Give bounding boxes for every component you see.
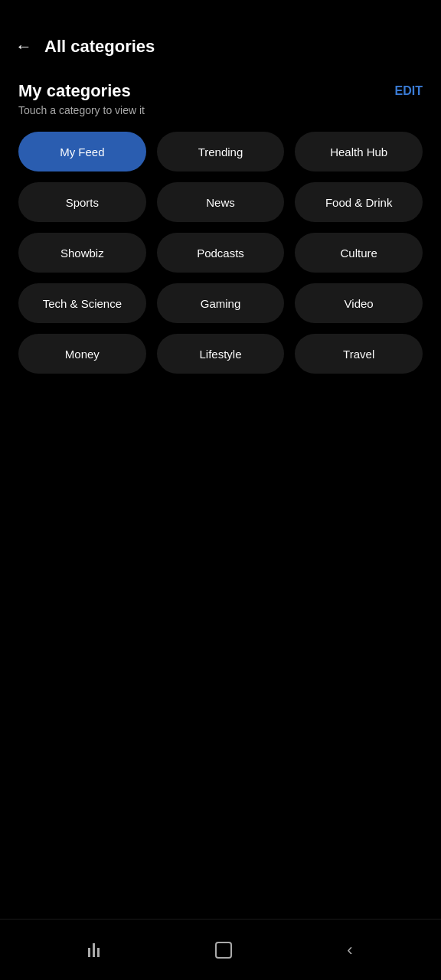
category-pill-travel[interactable]: Travel xyxy=(295,334,423,374)
categories-grid: My FeedTrendingHealth HubSportsNewsFood … xyxy=(18,132,423,374)
back-icon: ‹ xyxy=(347,940,352,960)
section-title-block: My categories Touch a category to view i… xyxy=(18,81,145,116)
categories-section: My categories Touch a category to view i… xyxy=(0,69,441,374)
header: ← All categories xyxy=(0,0,441,69)
category-pill-news[interactable]: News xyxy=(157,182,285,222)
page-title: All categories xyxy=(44,37,155,57)
section-subtitle: Touch a category to view it xyxy=(18,104,145,116)
category-pill-video[interactable]: Video xyxy=(295,283,423,323)
category-pill-money[interactable]: Money xyxy=(18,334,146,374)
category-pill-culture[interactable]: Culture xyxy=(295,233,423,273)
category-pill-podcasts[interactable]: Podcasts xyxy=(157,233,285,273)
home-icon xyxy=(215,942,232,959)
category-pill-tech-science[interactable]: Tech & Science xyxy=(18,283,146,323)
back-button[interactable]: ← xyxy=(15,37,32,57)
edit-button[interactable]: EDIT xyxy=(395,81,423,101)
system-back-button[interactable]: ‹ xyxy=(347,940,352,960)
section-header: My categories Touch a category to view i… xyxy=(18,81,423,116)
home-button[interactable] xyxy=(215,942,232,959)
category-pill-lifestyle[interactable]: Lifestyle xyxy=(157,334,285,374)
navigation-bar: ‹ xyxy=(0,919,441,980)
category-pill-my-feed[interactable]: My Feed xyxy=(18,132,146,172)
category-pill-sports[interactable]: Sports xyxy=(18,182,146,222)
section-title: My categories xyxy=(18,81,145,101)
category-pill-health-hub[interactable]: Health Hub xyxy=(295,132,423,172)
category-pill-food-drink[interactable]: Food & Drink xyxy=(295,182,423,222)
category-pill-trending[interactable]: Trending xyxy=(157,132,285,172)
category-pill-showbiz[interactable]: Showbiz xyxy=(18,233,146,273)
recents-button[interactable] xyxy=(88,943,100,957)
recents-icon xyxy=(88,943,100,957)
category-pill-gaming[interactable]: Gaming xyxy=(157,283,285,323)
